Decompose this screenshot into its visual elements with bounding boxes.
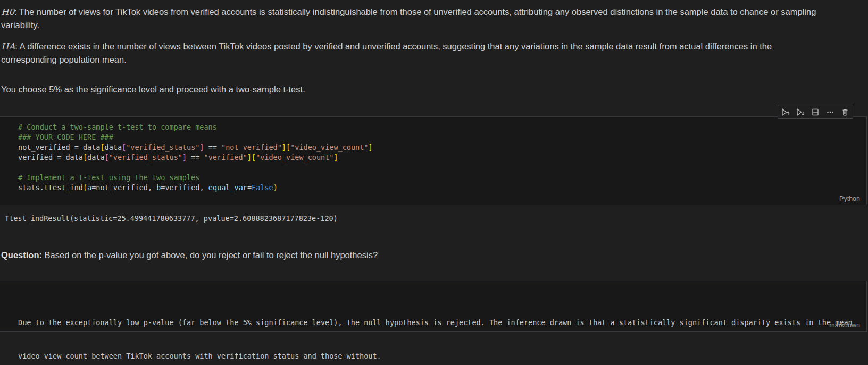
- answer-line-2: video view count between TikTok accounts…: [18, 351, 853, 362]
- cell-toolbar: [778, 105, 853, 119]
- split-cell-icon: [811, 108, 820, 116]
- question-text: Based on the p-value you got above, do y…: [42, 250, 378, 260]
- more-actions-button[interactable]: [824, 106, 836, 118]
- markdown-source-editor[interactable]: Due to the exceptionally low p-value (fa…: [18, 295, 853, 365]
- alt-hypothesis-paragraph: HA: A difference exists in the number of…: [1, 40, 852, 66]
- execute-above-icon: [781, 108, 790, 116]
- significance-level-paragraph: You choose 5% as the significance level …: [1, 83, 852, 96]
- answer-line-1: Due to the exceptionally low p-value (fa…: [18, 317, 853, 328]
- ha-text-line2: corresponding population mean.: [1, 55, 127, 64]
- cell-language-picker[interactable]: Python: [839, 195, 860, 202]
- ha-text-line1: : A difference exists in the number of v…: [15, 41, 772, 51]
- more-actions-icon: [826, 108, 834, 116]
- h0-text-line1: : The number of views for TikTok videos …: [14, 7, 816, 16]
- delete-cell-icon: [841, 108, 849, 116]
- execute-below-button[interactable]: [795, 106, 806, 118]
- h0-symbol: H0: [1, 7, 14, 17]
- cell-output: Ttest_indResult(statistic=25.49944178063…: [5, 214, 338, 224]
- split-cell-button[interactable]: [809, 106, 821, 118]
- markdown-cell-answer[interactable]: Due to the exceptionally low p-value (fa…: [0, 281, 867, 332]
- delete-cell-button[interactable]: [839, 106, 851, 118]
- ha-symbol: HA: [1, 41, 15, 52]
- markdown-cell-hypotheses[interactable]: H0: The number of views for TikTok video…: [1, 5, 852, 96]
- code-cell[interactable]: # Conduct a two-sample t-test to compare…: [0, 116, 867, 205]
- question-label: Question:: [1, 250, 42, 260]
- cell-language-picker[interactable]: markdown: [829, 321, 860, 329]
- code-editor[interactable]: # Conduct a two-sample t-test to compare…: [18, 122, 373, 193]
- h0-text-line2: variability.: [1, 20, 39, 30]
- null-hypothesis-paragraph: H0: The number of views for TikTok video…: [1, 5, 852, 31]
- execute-above-button[interactable]: [780, 106, 791, 118]
- execute-below-icon: [796, 108, 805, 116]
- markdown-cell-question[interactable]: Question: Based on the p-value you got a…: [1, 249, 378, 261]
